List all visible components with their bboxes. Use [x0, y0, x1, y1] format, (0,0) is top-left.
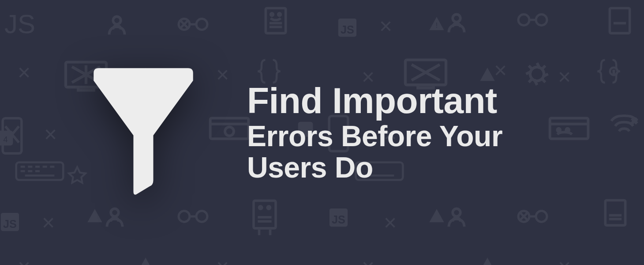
- headline: Find Important Errors Before Your Users …: [247, 81, 502, 183]
- funnel-icon: [79, 63, 207, 202]
- hero-banner: Find Important Errors Before Your Users …: [0, 0, 644, 265]
- headline-line-3: Users Do: [247, 152, 502, 183]
- headline-line-1: Find Important: [247, 81, 502, 121]
- headline-line-2: Errors Before Your: [247, 121, 502, 152]
